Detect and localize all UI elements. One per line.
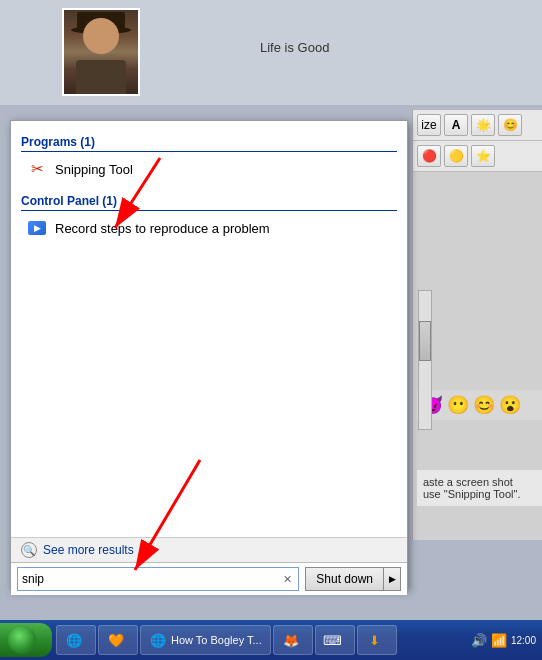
taskbar-item-keyboard[interactable]: ⌨ <box>315 625 355 655</box>
record-steps-icon: ▶ <box>27 218 47 238</box>
emoji-2: 😶 <box>447 394 469 416</box>
right-toolbar: ize A 🌟 😊 <box>413 110 542 141</box>
snipping-tool-label: Snipping Tool <box>55 162 133 177</box>
taskbar-items: 🌐 🧡 🌐 How To Bogley T... 🦊 ⌨ ⬇ <box>56 625 465 655</box>
user-status: Life is Good <box>260 40 329 55</box>
bogley-label: How To Bogley T... <box>171 634 262 646</box>
taskbar-item-ie[interactable]: 🌐 <box>56 625 96 655</box>
record-steps-result[interactable]: ▶ Record steps to reproduce a problem <box>21 215 397 241</box>
taskbar: 🌐 🧡 🌐 How To Bogley T... 🦊 ⌨ ⬇ 🔊 📶 12:00 <box>0 620 542 660</box>
search-input-wrap: ✕ <box>17 567 299 591</box>
search-small-icon: 🔍 <box>21 542 37 558</box>
shutdown-button-group: Shut down ▶ <box>305 567 401 591</box>
start-menu: Programs (1) ✂ Snipping Tool Control Pan… <box>10 120 408 590</box>
font-size-btn[interactable]: ize <box>417 114 441 136</box>
emoji-4: 😮 <box>499 394 521 416</box>
see-more-label: See more results <box>43 543 134 557</box>
search-clear-button[interactable]: ✕ <box>281 571 294 588</box>
font-A-btn[interactable]: A <box>444 114 468 136</box>
search-input[interactable] <box>22 572 281 586</box>
user-profile-area: Life is Good <box>0 0 542 105</box>
snipping-tool-icon: ✂ <box>27 159 47 179</box>
start-menu-bottom-bar: 🔍 See more results ✕ Shut down ▶ <box>11 537 407 589</box>
tray-icon-1[interactable]: 🔊 <box>471 632 487 648</box>
torrent-icon: ⬇ <box>366 631 384 649</box>
firefox-icon: 🦊 <box>282 631 300 649</box>
emoji-btn-1[interactable]: 🌟 <box>471 114 495 136</box>
emoji-3: 😊 <box>473 394 495 416</box>
snipping-tool-result[interactable]: ✂ Snipping Tool <box>21 156 397 182</box>
taskbar-item-bogley[interactable]: 🌐 How To Bogley T... <box>140 625 271 655</box>
tray-icon-2[interactable]: 📶 <box>491 632 507 648</box>
tool-btn-b[interactable]: 🟡 <box>444 145 468 167</box>
control-panel-section-header: Control Panel (1) <box>21 190 397 211</box>
avatar <box>62 8 140 96</box>
right-toolbar-2: 🔴 🟡 ⭐ <box>413 141 542 172</box>
taskbar-icon-2: 🧡 <box>107 631 125 649</box>
avatar-face <box>83 18 119 54</box>
tool-btn-c[interactable]: ⭐ <box>471 145 495 167</box>
right-text-area: aste a screen shot use "Snipping Tool". <box>417 470 542 506</box>
bogley-icon: 🌐 <box>149 631 167 649</box>
tool-btn-a[interactable]: 🔴 <box>417 145 441 167</box>
see-more-results-link[interactable]: 🔍 See more results <box>11 538 407 562</box>
start-orb-icon <box>8 626 36 654</box>
avatar-image <box>64 10 138 94</box>
taskbar-item-torrent[interactable]: ⬇ <box>357 625 397 655</box>
system-tray: 🔊 📶 12:00 <box>465 632 542 648</box>
taskbar-item-2[interactable]: 🧡 <box>98 625 138 655</box>
record-steps-label: Record steps to reproduce a problem <box>55 221 270 236</box>
emoji-row: 😈 😶 😊 😮 <box>417 390 542 420</box>
search-results-area: Programs (1) ✂ Snipping Tool Control Pan… <box>11 121 407 241</box>
keyboard-icon: ⌨ <box>324 631 342 649</box>
right-text-1: aste a screen shot <box>423 476 536 488</box>
scrollbar-track[interactable] <box>418 290 432 430</box>
shutdown-arrow-button[interactable]: ▶ <box>383 567 401 591</box>
start-button[interactable] <box>0 623 52 657</box>
clock: 12:00 <box>511 635 536 646</box>
taskbar-item-firefox[interactable]: 🦊 <box>273 625 313 655</box>
right-text-2: use "Snipping Tool". <box>423 488 536 500</box>
ie-icon: 🌐 <box>65 631 83 649</box>
programs-section-header: Programs (1) <box>21 131 397 152</box>
shutdown-main-button[interactable]: Shut down <box>305 567 383 591</box>
avatar-body <box>76 60 126 96</box>
scrollbar-thumb[interactable] <box>419 321 431 361</box>
emoji-btn-2[interactable]: 😊 <box>498 114 522 136</box>
search-bar: ✕ Shut down ▶ <box>11 562 407 595</box>
